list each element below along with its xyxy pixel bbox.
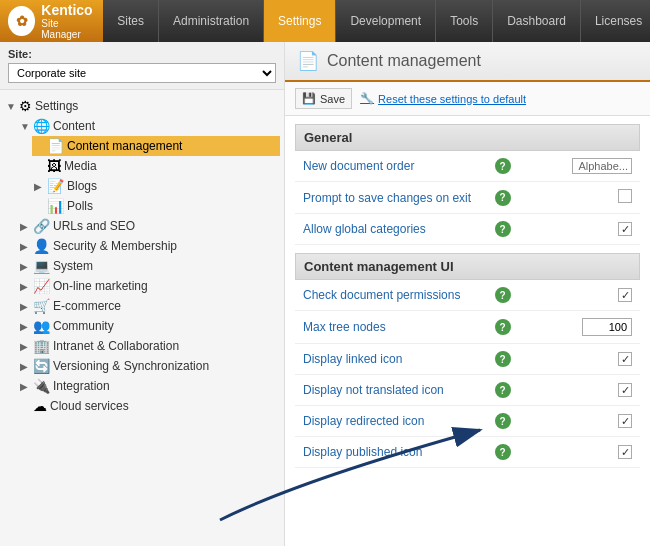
row-display-linked-icon: Display linked icon ? [295, 344, 640, 375]
general-section-title: General [295, 124, 640, 151]
tree-node-blogs[interactable]: ▶ 📝 Blogs [32, 176, 280, 196]
max-tree-nodes-input[interactable] [582, 318, 632, 336]
tree-node-media[interactable]: 🖼 Media [32, 156, 280, 176]
cm-ui-table: Check document permissions ? Max tree no… [295, 280, 640, 468]
intranet-icon: 🏢 [33, 338, 50, 354]
settings-label: Settings [35, 99, 78, 113]
display-linked-icon-value [521, 344, 640, 375]
intranet-label: Intranet & Collaboration [53, 339, 179, 353]
blogs-label: Blogs [67, 179, 97, 193]
tree-node-content[interactable]: ▼ 🌐 Content [18, 116, 280, 136]
display-published-value [521, 437, 640, 468]
display-published-help-icon[interactable]: ? [495, 444, 511, 460]
allow-global-categories-checkbox[interactable] [618, 222, 632, 236]
system-label: System [53, 259, 93, 273]
display-linked-icon-label: Display linked icon [295, 344, 485, 375]
allow-global-categories-help-cell: ? [485, 214, 521, 245]
tree-node-community[interactable]: ▶ 👥 Community [18, 316, 280, 336]
security-icon: 👤 [33, 238, 50, 254]
nav-bar: Sites Administration Settings Developmen… [103, 0, 650, 42]
nav-administration[interactable]: Administration [159, 0, 264, 42]
display-linked-icon-checkbox[interactable] [618, 352, 632, 366]
prompt-save-checkbox[interactable] [618, 189, 632, 203]
nav-tools[interactable]: Tools [436, 0, 493, 42]
nav-sites[interactable]: Sites [103, 0, 159, 42]
tree-node-content-management[interactable]: 📄 Content management [32, 136, 280, 156]
display-redirected-checkbox[interactable] [618, 414, 632, 428]
max-tree-nodes-label: Max tree nodes [295, 311, 485, 344]
display-redirected-value [521, 406, 640, 437]
polls-icon: 📊 [47, 198, 64, 214]
tree-node-polls[interactable]: 📊 Polls [32, 196, 280, 216]
row-display-not-translated: Display not translated icon ? [295, 375, 640, 406]
display-linked-icon-help-icon[interactable]: ? [495, 351, 511, 367]
expand-icon: ▶ [20, 321, 30, 332]
settings-icon: ⚙ [19, 98, 32, 114]
new-document-order-help-icon[interactable]: ? [495, 158, 511, 174]
panel-header: 📄 Content management [285, 42, 650, 82]
community-icon: 👥 [33, 318, 50, 334]
display-redirected-help-icon[interactable]: ? [495, 413, 511, 429]
top-bar: ✿ Kentico Site Manager Sites Administrat… [0, 0, 650, 42]
nav-development[interactable]: Development [336, 0, 436, 42]
save-icon: 💾 [302, 92, 316, 105]
check-doc-perms-help-icon[interactable]: ? [495, 287, 511, 303]
content-indent: ▼ 🌐 Content 📄 Content management [4, 116, 280, 416]
prompt-save-value [521, 182, 640, 214]
tree-node-security[interactable]: ▶ 👤 Security & Membership [18, 236, 280, 256]
nav-settings[interactable]: Settings [264, 0, 336, 42]
toolbar: 💾 Save 🔧 Reset these settings to default [285, 82, 650, 116]
nav-licenses[interactable]: Licenses [581, 0, 650, 42]
tree-node-system[interactable]: ▶ 💻 System [18, 256, 280, 276]
tree-node-ecommerce[interactable]: ▶ 🛒 E-commerce [18, 296, 280, 316]
max-tree-nodes-help-icon[interactable]: ? [495, 319, 511, 335]
display-redirected-help-cell: ? [485, 406, 521, 437]
tree-node-urls[interactable]: ▶ 🔗 URLs and SEO [18, 216, 280, 236]
cm-ui-section: Content management UI Check document per… [295, 253, 640, 468]
expand-icon: ▶ [20, 261, 30, 272]
allow-global-categories-help-icon[interactable]: ? [495, 221, 511, 237]
logo[interactable]: ✿ Kentico Site Manager [0, 0, 103, 42]
blogs-icon: 📝 [47, 178, 64, 194]
main-layout: Site: Corporate site ▼ ⚙ Settings ▼ [0, 42, 650, 546]
nav-dashboard[interactable]: Dashboard [493, 0, 581, 42]
row-display-published: Display published icon ? [295, 437, 640, 468]
tree-node-versioning[interactable]: ▶ 🔄 Versioning & Synchronization [18, 356, 280, 376]
display-not-translated-help-icon[interactable]: ? [495, 382, 511, 398]
media-label: Media [64, 159, 97, 173]
max-tree-nodes-help-cell: ? [485, 311, 521, 344]
check-doc-perms-checkbox[interactable] [618, 288, 632, 302]
content-management-label: Content management [67, 139, 182, 153]
tree-node-cloud[interactable]: ☁ Cloud services [18, 396, 280, 416]
expand-icon: ▶ [20, 221, 30, 232]
allow-global-categories-value [521, 214, 640, 245]
tree-node-marketing[interactable]: ▶ 📈 On-line marketing [18, 276, 280, 296]
save-button[interactable]: 💾 Save [295, 88, 352, 109]
display-not-translated-help-cell: ? [485, 375, 521, 406]
security-label: Security & Membership [53, 239, 177, 253]
media-icon: 🖼 [47, 158, 61, 174]
tree-node-settings[interactable]: ▼ ⚙ Settings [4, 96, 280, 116]
display-published-checkbox[interactable] [618, 445, 632, 459]
integration-label: Integration [53, 379, 110, 393]
site-dropdown: Corporate site [8, 63, 276, 83]
new-document-order-select[interactable]: Alphabe... [572, 158, 632, 174]
cm-ui-section-title: Content management UI [295, 253, 640, 280]
reset-link[interactable]: 🔧 Reset these settings to default [360, 92, 526, 105]
display-not-translated-checkbox[interactable] [618, 383, 632, 397]
expand-icon: ▶ [20, 341, 30, 352]
tree-node-intranet[interactable]: ▶ 🏢 Intranet & Collaboration [18, 336, 280, 356]
site-select[interactable]: Corporate site [8, 63, 276, 83]
sidebar: Site: Corporate site ▼ ⚙ Settings ▼ [0, 42, 285, 546]
prompt-save-help-icon[interactable]: ? [495, 190, 511, 206]
cloud-label: Cloud services [50, 399, 129, 413]
community-label: Community [53, 319, 114, 333]
row-display-redirected: Display redirected icon ? [295, 406, 640, 437]
cm-icon: 📄 [47, 138, 64, 154]
reset-icon: 🔧 [360, 92, 374, 105]
check-doc-perms-label: Check document permissions [295, 280, 485, 311]
content-icon: 🌐 [33, 118, 50, 134]
tree-node-integration[interactable]: ▶ 🔌 Integration [18, 376, 280, 396]
ecommerce-label: E-commerce [53, 299, 121, 313]
expand-icon: ▼ [20, 121, 30, 132]
